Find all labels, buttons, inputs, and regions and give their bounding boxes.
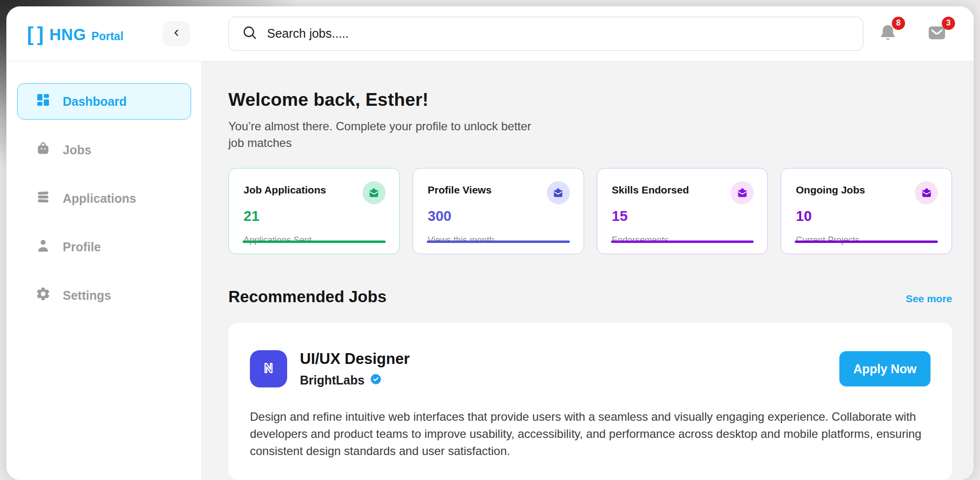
stat-value: 15	[612, 208, 754, 224]
stat-title: Skills Endorsed	[612, 181, 689, 196]
job-description: Design and refine intuitive web interfac…	[250, 408, 931, 459]
logo-name: HNG	[49, 25, 86, 44]
job-title-block: UI/UX Designer BrightLabs	[300, 350, 410, 387]
person-icon	[35, 238, 51, 256]
briefcase-icon	[915, 181, 938, 204]
recommended-title: Recommended Jobs	[228, 288, 387, 306]
stack-icon	[35, 189, 51, 208]
verified-badge-icon	[369, 373, 382, 387]
notification-count-badge: 8	[892, 17, 905, 30]
stat-card-profile-views: Profile Views 300 Views this month	[413, 168, 584, 254]
job-list-panel: UI/UX Designer BrightLabs Apply Now Desi…	[228, 323, 952, 480]
recommended-header: Recommended Jobs See more	[228, 288, 952, 306]
sidebar-item-jobs[interactable]: Jobs	[17, 132, 191, 168]
gear-icon	[35, 286, 51, 305]
dashboard-grid-icon	[35, 92, 51, 111]
company-logo	[250, 350, 287, 387]
briefcase-icon	[547, 181, 570, 204]
logo-suffix: Portal	[92, 30, 123, 43]
sidebar-item-label: Profile	[63, 240, 101, 254]
sidebar-header: [ ] HNG Portal	[6, 6, 201, 61]
bell-icon	[878, 36, 898, 45]
app-logo: [ ] HNG Portal	[27, 23, 123, 45]
sidebar-item-label: Jobs	[63, 143, 91, 157]
sidebar-item-dashboard[interactable]: Dashboard	[17, 83, 191, 120]
apply-now-button[interactable]: Apply Now	[839, 351, 931, 386]
sidebar-item-profile[interactable]: Profile	[17, 229, 191, 265]
notifications-button[interactable]: 8	[878, 23, 898, 45]
sidebar-item-label: Dashboard	[63, 95, 127, 109]
sidebar-collapse-button[interactable]	[163, 21, 190, 47]
stat-accent-bar	[795, 240, 938, 243]
search-bar[interactable]	[228, 17, 863, 51]
job-title: UI/UX Designer	[300, 350, 410, 368]
stat-title: Job Applications	[244, 181, 326, 196]
main-content: Welcome back, Esther! You’re almost ther…	[201, 61, 974, 480]
sidebar-item-label: Applications	[63, 192, 136, 206]
mail-icon	[926, 36, 948, 45]
briefcase-icon	[731, 181, 754, 204]
stat-accent-bar	[427, 240, 570, 243]
stat-title: Profile Views	[428, 181, 491, 196]
stats-row: Job Applications 21 Applications Sent Pr…	[228, 168, 952, 254]
stat-accent-bar	[611, 240, 754, 243]
welcome-subtitle: You’re almost there. Complete your profi…	[228, 118, 547, 151]
stat-card-ongoing-jobs: Ongoing Jobs 10 Current Projects	[781, 168, 952, 254]
sidebar-item-applications[interactable]: Applications	[17, 180, 191, 216]
bag-icon	[35, 141, 51, 159]
messages-button[interactable]: 3	[926, 23, 948, 45]
message-count-badge: 3	[942, 17, 955, 30]
app-window: [ ] HNG Portal 8	[6, 6, 974, 480]
stat-value: 10	[796, 208, 938, 224]
stat-title: Ongoing Jobs	[796, 181, 865, 196]
stat-accent-bar	[243, 240, 386, 243]
page-title: Welcome back, Esther!	[228, 90, 952, 110]
briefcase-icon	[363, 181, 386, 204]
stat-card-skills-endorsed: Skills Endorsed 15 Endorsements	[597, 168, 768, 254]
topbar: 8 3	[201, 6, 974, 61]
stat-card-job-applications: Job Applications 21 Applications Sent	[228, 168, 400, 254]
brightlabs-n-icon	[258, 358, 279, 380]
search-icon	[242, 24, 258, 43]
stat-value: 300	[428, 208, 570, 224]
sidebar-item-settings[interactable]: Settings	[17, 277, 191, 313]
sidebar-item-label: Settings	[63, 288, 111, 303]
sidebar-nav: Dashboard Jobs Applications Profile Sett…	[6, 61, 201, 480]
brackets-logo-icon: [ ]	[27, 24, 43, 46]
job-card-header: UI/UX Designer BrightLabs Apply Now	[250, 350, 931, 387]
chevron-left-icon	[171, 27, 182, 40]
topbar-icons: 8 3	[878, 23, 954, 45]
company-name: BrightLabs	[300, 373, 365, 387]
search-input[interactable]	[267, 26, 850, 41]
see-more-link[interactable]: See more	[906, 293, 952, 305]
stat-value: 21	[244, 208, 386, 224]
